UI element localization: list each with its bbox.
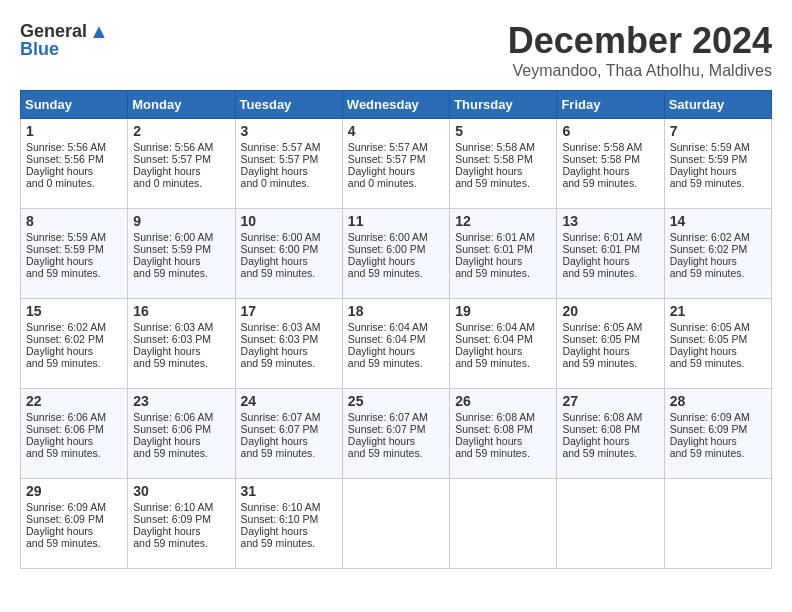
sunrise-text: Sunrise: 6:02 AM [670,231,766,243]
sunrise-text: Sunrise: 6:09 AM [670,411,766,423]
daylight-label: Daylight hours [133,435,229,447]
daylight-value: and 59 minutes. [670,447,766,459]
daylight-label: Daylight hours [348,255,444,267]
day-number: 30 [133,483,229,499]
daylight-label: Daylight hours [348,435,444,447]
sunrise-text: Sunrise: 6:09 AM [26,501,122,513]
sunset-text: Sunset: 6:02 PM [26,333,122,345]
calendar-cell: 9Sunrise: 6:00 AMSunset: 5:59 PMDaylight… [128,209,235,299]
sunset-text: Sunset: 6:05 PM [562,333,658,345]
sunrise-text: Sunrise: 6:07 AM [348,411,444,423]
calendar-cell: 8Sunrise: 5:59 AMSunset: 5:59 PMDaylight… [21,209,128,299]
daylight-value: and 59 minutes. [670,357,766,369]
daylight-value: and 59 minutes. [241,357,337,369]
day-number: 18 [348,303,444,319]
calendar-cell: 7Sunrise: 5:59 AMSunset: 5:59 PMDaylight… [664,119,771,209]
sunset-text: Sunset: 6:01 PM [562,243,658,255]
daylight-label: Daylight hours [670,345,766,357]
daylight-value: and 59 minutes. [455,447,551,459]
calendar-cell: 27Sunrise: 6:08 AMSunset: 6:08 PMDayligh… [557,389,664,479]
day-number: 27 [562,393,658,409]
daylight-label: Daylight hours [455,255,551,267]
sunset-text: Sunset: 6:00 PM [348,243,444,255]
daylight-label: Daylight hours [670,255,766,267]
calendar-cell [342,479,449,569]
day-number: 24 [241,393,337,409]
calendar-week-row: 1Sunrise: 5:56 AMSunset: 5:56 PMDaylight… [21,119,772,209]
sunset-text: Sunset: 6:09 PM [133,513,229,525]
calendar-cell: 5Sunrise: 5:58 AMSunset: 5:58 PMDaylight… [450,119,557,209]
sunset-text: Sunset: 5:59 PM [670,153,766,165]
daylight-label: Daylight hours [670,435,766,447]
daylight-value: and 59 minutes. [133,267,229,279]
calendar-cell: 26Sunrise: 6:08 AMSunset: 6:08 PMDayligh… [450,389,557,479]
calendar-cell: 21Sunrise: 6:05 AMSunset: 6:05 PMDayligh… [664,299,771,389]
sunrise-text: Sunrise: 6:00 AM [241,231,337,243]
day-number: 16 [133,303,229,319]
day-number: 8 [26,213,122,229]
daylight-label: Daylight hours [26,435,122,447]
daylight-label: Daylight hours [133,345,229,357]
day-number: 1 [26,123,122,139]
daylight-value: and 0 minutes. [26,177,122,189]
month-title: December 2024 [508,20,772,62]
sunrise-text: Sunrise: 5:59 AM [26,231,122,243]
daylight-value: and 59 minutes. [455,267,551,279]
daylight-label: Daylight hours [241,525,337,537]
daylight-value: and 59 minutes. [26,357,122,369]
sunset-text: Sunset: 6:06 PM [26,423,122,435]
sunrise-text: Sunrise: 6:07 AM [241,411,337,423]
calendar-cell: 10Sunrise: 6:00 AMSunset: 6:00 PMDayligh… [235,209,342,299]
calendar-cell: 2Sunrise: 5:56 AMSunset: 5:57 PMDaylight… [128,119,235,209]
sunrise-text: Sunrise: 6:01 AM [562,231,658,243]
header-wednesday: Wednesday [342,91,449,119]
sunset-text: Sunset: 5:58 PM [562,153,658,165]
day-number: 5 [455,123,551,139]
day-number: 25 [348,393,444,409]
sunrise-text: Sunrise: 5:59 AM [670,141,766,153]
sunset-text: Sunset: 6:07 PM [241,423,337,435]
calendar-table: SundayMondayTuesdayWednesdayThursdayFrid… [20,90,772,569]
sunrise-text: Sunrise: 6:04 AM [455,321,551,333]
logo-bird-icon: ▲ [89,20,109,43]
logo-blue: Blue [20,39,59,60]
sunset-text: Sunset: 6:04 PM [348,333,444,345]
daylight-label: Daylight hours [241,165,337,177]
header-saturday: Saturday [664,91,771,119]
sunrise-text: Sunrise: 6:10 AM [241,501,337,513]
sunset-text: Sunset: 6:00 PM [241,243,337,255]
calendar-cell: 17Sunrise: 6:03 AMSunset: 6:03 PMDayligh… [235,299,342,389]
sunset-text: Sunset: 6:10 PM [241,513,337,525]
sunrise-text: Sunrise: 5:56 AM [133,141,229,153]
sunrise-text: Sunrise: 6:03 AM [241,321,337,333]
day-number: 7 [670,123,766,139]
calendar-week-row: 15Sunrise: 6:02 AMSunset: 6:02 PMDayligh… [21,299,772,389]
daylight-value: and 59 minutes. [348,357,444,369]
daylight-label: Daylight hours [455,435,551,447]
daylight-value: and 59 minutes. [562,357,658,369]
page-header: General ▲ Blue December 2024 Veymandoo, … [20,20,772,80]
sunset-text: Sunset: 6:02 PM [670,243,766,255]
sunset-text: Sunset: 6:03 PM [133,333,229,345]
calendar-cell [450,479,557,569]
calendar-cell: 31Sunrise: 6:10 AMSunset: 6:10 PMDayligh… [235,479,342,569]
header-monday: Monday [128,91,235,119]
day-number: 13 [562,213,658,229]
calendar-cell: 15Sunrise: 6:02 AMSunset: 6:02 PMDayligh… [21,299,128,389]
sunrise-text: Sunrise: 6:05 AM [670,321,766,333]
calendar-cell: 19Sunrise: 6:04 AMSunset: 6:04 PMDayligh… [450,299,557,389]
daylight-label: Daylight hours [562,255,658,267]
sunset-text: Sunset: 6:07 PM [348,423,444,435]
daylight-label: Daylight hours [348,165,444,177]
daylight-value: and 59 minutes. [241,267,337,279]
daylight-label: Daylight hours [455,345,551,357]
daylight-value: and 59 minutes. [562,267,658,279]
daylight-label: Daylight hours [26,525,122,537]
sunrise-text: Sunrise: 6:01 AM [455,231,551,243]
sunset-text: Sunset: 6:09 PM [670,423,766,435]
daylight-label: Daylight hours [133,525,229,537]
sunrise-text: Sunrise: 6:06 AM [133,411,229,423]
calendar-cell: 6Sunrise: 5:58 AMSunset: 5:58 PMDaylight… [557,119,664,209]
sunset-text: Sunset: 6:01 PM [455,243,551,255]
calendar-cell: 28Sunrise: 6:09 AMSunset: 6:09 PMDayligh… [664,389,771,479]
